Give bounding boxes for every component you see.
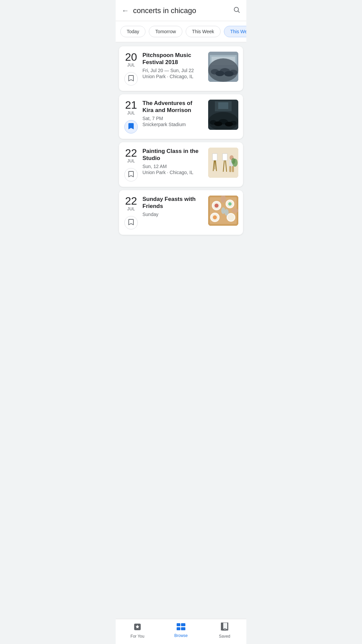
nav-for-you[interactable]: For You [124,623,151,639]
svg-point-46 [215,204,219,208]
event-date-col: 22JUL [124,148,138,181]
event-location: Union Park · Chicago, IL [142,74,204,79]
event-name: The Adventures of Kira and Morrison [142,100,204,114]
svg-point-9 [216,71,224,76]
search-button[interactable] [233,6,240,15]
event-info: Pitchspoon Music Festival 2018Fri, Jul 2… [142,52,204,79]
bookmark-button[interactable] [124,120,138,133]
event-location: Snickerpark Stadium [142,122,204,127]
browse-icon [177,623,185,632]
event-date-col: 22JUL [124,196,138,229]
filter-chip-tomorrow[interactable]: Tomorrow [149,26,182,37]
event-image [208,52,238,82]
filter-chip-this-week[interactable]: This Week [186,26,221,37]
svg-rect-25 [213,154,217,160]
header: ← concerts in chicago [116,0,246,21]
svg-rect-57 [181,627,185,630]
nav-for-you-label: For You [130,634,144,639]
svg-point-18 [214,121,222,126]
event-info: The Adventures of Kira and MorrisonSat, … [142,100,204,127]
bookmark-button[interactable] [124,216,138,229]
nav-saved[interactable]: Saved [211,623,238,639]
svg-line-1 [238,11,239,12]
event-date-col: 20JUL [124,52,138,86]
svg-rect-54 [177,623,180,626]
nav-browse-label: Browse [174,633,188,638]
event-image [208,196,238,226]
event-day: 21 [125,100,137,110]
bookmark-icon [128,219,134,227]
event-month: JUL [127,110,135,115]
event-time: Fri, Jul 20 — Sun, Jul 22 [142,68,204,73]
bookmark-icon [128,75,134,83]
events-list: 20JUL Pitchspoon Music Festival 2018Fri,… [116,42,246,262]
bottom-nav: For You Browse Saved [116,619,246,644]
filter-chip-today[interactable]: Today [120,26,145,37]
svg-point-48 [213,215,217,219]
svg-point-52 [232,208,238,213]
filter-bar: TodayTomorrowThis WeekThis Weekend [116,21,246,42]
svg-point-47 [228,202,232,206]
svg-point-50 [225,209,229,216]
bookmark-button[interactable] [124,72,138,86]
event-month: JUL [127,62,135,67]
svg-rect-32 [232,166,234,172]
svg-rect-31 [229,166,231,172]
svg-rect-55 [181,623,185,626]
nav-browse[interactable]: Browse [168,623,194,638]
event-card-event-3[interactable]: 22JUL Painting Class in the StudioSun, 1… [119,142,243,187]
for-you-icon [133,623,142,633]
event-time: Sunday [142,212,204,217]
event-info: Painting Class in the StudioSun, 12 AMUn… [142,148,204,175]
event-image [208,148,238,178]
event-month: JUL [127,206,135,211]
event-day: 20 [125,52,137,62]
event-info: Sunday Feasts with FriendsSunday [142,196,204,218]
svg-point-19 [225,122,233,126]
bookmark-icon [128,171,134,179]
event-day: 22 [125,196,137,206]
nav-saved-label: Saved [219,634,230,639]
svg-rect-56 [177,627,180,630]
event-location: Union Park · Chicago, IL [142,170,204,175]
svg-point-34 [231,158,235,164]
event-card-event-1[interactable]: 20JUL Pitchspoon Music Festival 2018Fri,… [119,46,243,91]
svg-rect-28 [223,154,227,160]
bookmark-button[interactable] [124,168,138,181]
event-time: Sat, 7 PM [142,116,204,121]
svg-point-45 [228,214,234,221]
event-card-event-4[interactable]: 22JUL Sunday Feasts with FriendsSunday [119,190,243,235]
event-card-event-2[interactable]: 21JUL The Adventures of Kira and Morriso… [119,94,243,139]
saved-icon [221,623,228,633]
event-time: Sun, 12 AM [142,164,204,169]
back-button[interactable]: ← [122,6,129,15]
event-day: 22 [125,148,137,158]
event-name: Painting Class in the Studio [142,148,204,162]
event-month: JUL [127,158,135,163]
filter-chip-this-weekend[interactable]: This Weekend [224,26,246,37]
event-date-col: 21JUL [124,100,138,133]
header-left: ← concerts in chicago [122,6,196,15]
svg-point-10 [224,71,234,76]
page-title: concerts in chicago [133,6,196,15]
svg-rect-13 [218,102,228,109]
bookmark-icon [128,123,134,131]
event-image [208,100,238,130]
event-name: Pitchspoon Music Festival 2018 [142,52,204,66]
event-name: Sunday Feasts with Friends [142,196,204,210]
